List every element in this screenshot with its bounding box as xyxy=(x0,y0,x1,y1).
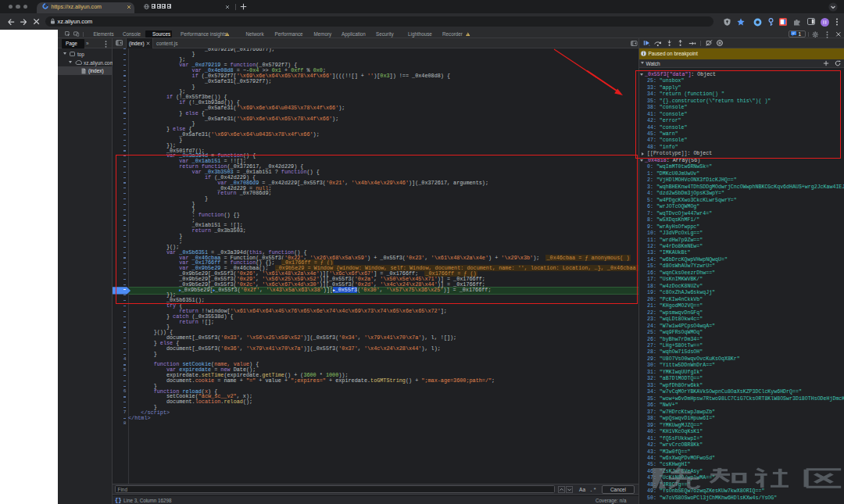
svg-text:.*: .* xyxy=(589,486,596,493)
